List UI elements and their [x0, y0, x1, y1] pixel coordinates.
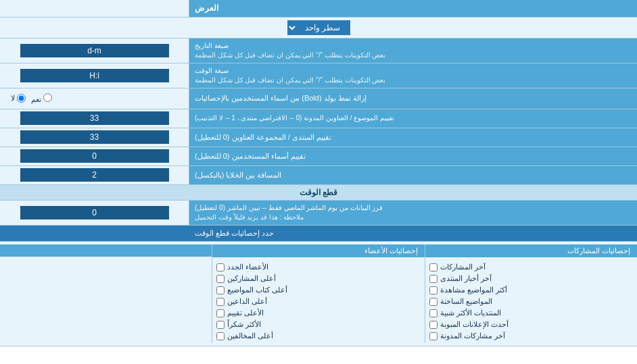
- radio-yes[interactable]: [43, 93, 52, 102]
- checkbox-top-violators[interactable]: [216, 332, 225, 340]
- stats-header-label: حدد إحصائيات قطع الوقت: [189, 226, 637, 241]
- radio-no-label[interactable]: لا: [11, 94, 26, 103]
- bold-remove-label: إزالة نمط بولد (Bold) من اسماء المستخدمي…: [189, 88, 637, 109]
- checkbox-hot-topics[interactable]: [429, 298, 438, 306]
- users-names-input[interactable]: [20, 149, 169, 163]
- list-item: أعلى كتاب المواضيع: [216, 284, 420, 296]
- date-format-label: صيغة التاريخ بعض التكوينات يتطلب "/" الت…: [189, 38, 637, 63]
- realtime-input[interactable]: [20, 206, 169, 219]
- cell-spacing-input[interactable]: [20, 168, 169, 182]
- list-item: آخر مشاركات المدونة: [429, 330, 633, 342]
- checkbox-new-members[interactable]: [216, 263, 225, 271]
- col2-header: إحصائيات الأعضاء: [212, 244, 424, 257]
- col3-header: [0, 244, 212, 257]
- col1-checkboxes: آخر المشاركات آخر أخبار المنتدى أكثر الم…: [425, 260, 637, 343]
- realtime-label: فرز البيانات من يوم الماشر الماضي فقط --…: [189, 201, 637, 225]
- checkbox-most-viewed[interactable]: [429, 286, 438, 294]
- cell-spacing-label: المسافة بين الخلايا (بالبكسل): [189, 166, 637, 184]
- list-item: المنتديات الأكثر شبية: [429, 307, 633, 319]
- list-item: أحدث الإعلانات المبوبة: [429, 319, 633, 330]
- list-item: الأعضاء الجدد: [216, 261, 420, 273]
- realtime-section-header: قطع الوقت: [0, 185, 637, 201]
- list-item: أعلى المخالفين: [216, 330, 420, 342]
- checkbox-classified-ads[interactable]: [429, 321, 438, 329]
- list-item: آخر أخبار المنتدى: [429, 273, 633, 284]
- radio-yes-label[interactable]: نعم: [31, 93, 52, 104]
- checkbox-most-thanked[interactable]: [216, 321, 225, 329]
- col1-header: إحصائيات المشاركات: [425, 244, 637, 257]
- display-dropdown[interactable]: سطر واحد: [287, 20, 350, 35]
- checkbox-popular-forums[interactable]: [429, 309, 438, 317]
- list-item: المواضيع الساخنة: [429, 296, 633, 307]
- list-item: الأكثر شكراً: [216, 319, 420, 330]
- list-item: الأعلى تقييم: [216, 307, 420, 319]
- time-format-input[interactable]: [20, 69, 169, 82]
- users-names-label: تقييم أسماء المستخدمين (0 للتعطيل): [189, 147, 637, 165]
- topic-order-input[interactable]: [20, 111, 169, 125]
- list-item: أكثر المواضيع مشاهدة: [429, 284, 633, 296]
- checkbox-last-posts[interactable]: [429, 263, 438, 271]
- radio-no[interactable]: [17, 94, 26, 103]
- checkbox-forum-news[interactable]: [429, 275, 438, 283]
- topic-order-label: تقييم الموضوع / العناوين المدونة (0 -- ا…: [189, 109, 637, 128]
- forum-order-label: تقييم المنتدى / المجموعة العناوين (0 للت…: [189, 128, 637, 147]
- checkbox-top-rated[interactable]: [216, 309, 225, 317]
- date-format-input[interactable]: [20, 44, 169, 57]
- time-format-label: صيغة الوقت بعض التكوينات يتطلب "/" التي …: [189, 63, 637, 88]
- checkbox-blog-posts[interactable]: [429, 332, 438, 340]
- checkbox-top-inviters[interactable]: [216, 298, 225, 306]
- forum-order-input[interactable]: [20, 130, 169, 144]
- list-item: آخر المشاركات: [429, 261, 633, 273]
- list-item: أعلى المشاركين: [216, 273, 420, 284]
- list-item: أعلى الداعين: [216, 296, 420, 307]
- checkbox-top-topic-writers[interactable]: [216, 286, 225, 294]
- page-title: العرض: [195, 3, 218, 14]
- bold-radio-group: نعم لا: [4, 90, 59, 107]
- checkbox-top-posters[interactable]: [216, 275, 225, 283]
- col2-checkboxes: الأعضاء الجدد أعلى المشاركين أعلى كتاب ا…: [212, 260, 424, 343]
